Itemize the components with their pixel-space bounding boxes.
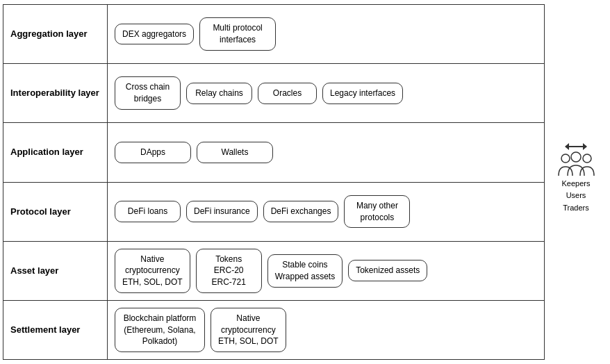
stable-coins-box: Stable coinsWrapped assets bbox=[267, 254, 343, 288]
application-label: Application layer bbox=[3, 123, 108, 181]
defi-loans-box: DeFi loans bbox=[115, 201, 181, 222]
bidirectional-arrow bbox=[566, 146, 586, 147]
people-icons bbox=[555, 151, 597, 178]
native-crypto-box: NativecryptocurrencyETH, SOL, DOT bbox=[115, 249, 190, 293]
defi-exchanges-box: DeFi exchanges bbox=[263, 201, 339, 222]
multi-protocol-box: Multi protocolinterfaces bbox=[199, 17, 276, 51]
diagram-wrapper: Aggregation layer DEX aggregators Multi … bbox=[0, 0, 610, 364]
interoperability-label: Interoperability layer bbox=[3, 64, 108, 122]
settlement-layer: Settlement layer Blockchain platform(Eth… bbox=[3, 301, 544, 359]
interoperability-layer: Interoperability layer Cross chainbridge… bbox=[3, 64, 544, 123]
oracles-box: Oracles bbox=[258, 83, 317, 104]
protocol-layer: Protocol layer DeFi loans DeFi insurance… bbox=[3, 183, 544, 242]
cross-chain-bridges-box: Cross chainbridges bbox=[115, 76, 181, 110]
right-panel: Keepers Users Traders bbox=[545, 4, 607, 360]
legacy-interfaces-box: Legacy interfaces bbox=[322, 83, 403, 104]
arrow-line bbox=[566, 146, 586, 147]
users-label: Users bbox=[562, 190, 591, 202]
tokens-box: TokensERC-20ERC-721 bbox=[196, 249, 262, 293]
native-crypto-settlement-box: NativecryptocurrencyETH, SOL, DOT bbox=[211, 308, 286, 352]
aggregation-layer: Aggregation layer DEX aggregators Multi … bbox=[3, 5, 544, 64]
aggregation-content: DEX aggregators Multi protocolinterfaces bbox=[108, 5, 544, 63]
dapps-box: DApps bbox=[115, 142, 191, 163]
asset-layer: Asset layer NativecryptocurrencyETH, SOL… bbox=[3, 242, 544, 301]
protocol-content: DeFi loans DeFi insurance DeFi exchanges… bbox=[108, 183, 544, 241]
arrow-people-group: Keepers Users Traders bbox=[555, 146, 597, 215]
svg-point-0 bbox=[561, 154, 570, 163]
people-labels: Keepers Users Traders bbox=[562, 178, 591, 215]
application-content: DApps Wallets bbox=[108, 123, 544, 181]
settlement-label: Settlement layer bbox=[3, 301, 108, 359]
keepers-label: Keepers bbox=[562, 178, 591, 190]
svg-point-2 bbox=[583, 154, 591, 163]
application-layer: Application layer DApps Wallets bbox=[3, 123, 544, 182]
aggregation-label: Aggregation layer bbox=[3, 5, 108, 63]
tokenized-assets-box: Tokenized assets bbox=[348, 260, 427, 281]
traders-label: Traders bbox=[562, 202, 591, 215]
svg-point-1 bbox=[571, 152, 581, 162]
defi-insurance-box: DeFi insurance bbox=[186, 201, 258, 222]
blockchain-platform-box: Blockchain platform(Ethereum, Solana,Pol… bbox=[115, 308, 205, 352]
interoperability-content: Cross chainbridges Relay chains Oracles … bbox=[108, 64, 544, 122]
relay-chains-box: Relay chains bbox=[186, 83, 252, 104]
many-other-protocols-box: Many otherprotocols bbox=[344, 195, 410, 229]
wallets-box: Wallets bbox=[197, 142, 273, 163]
dex-aggregators-box: DEX aggregators bbox=[115, 24, 194, 45]
protocol-label: Protocol layer bbox=[3, 183, 108, 241]
asset-label: Asset layer bbox=[3, 242, 108, 300]
layers-container: Aggregation layer DEX aggregators Multi … bbox=[3, 4, 545, 360]
arrow-head-right bbox=[583, 143, 587, 150]
settlement-content: Blockchain platform(Ethereum, Solana,Pol… bbox=[108, 301, 544, 359]
asset-content: NativecryptocurrencyETH, SOL, DOT Tokens… bbox=[108, 242, 544, 300]
arrow-head-left bbox=[565, 143, 569, 150]
